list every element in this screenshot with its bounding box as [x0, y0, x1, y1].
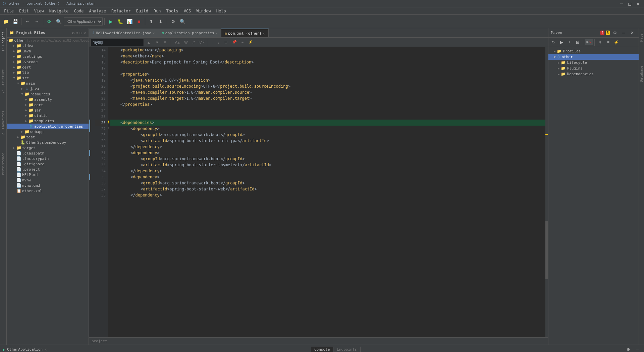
- tree-item-otherxml[interactable]: ▶ 📋 other.xml: [7, 188, 89, 193]
- tab-close-icon[interactable]: ✕: [216, 31, 218, 35]
- maven-run-btn[interactable]: ▶: [558, 39, 565, 46]
- tree-item-main[interactable]: ▼ 📁 main: [7, 81, 89, 86]
- menu-build[interactable]: Build: [133, 8, 151, 14]
- toolbar-back-btn[interactable]: ←: [23, 17, 32, 26]
- toolbar-debug-btn[interactable]: 🐛: [116, 17, 124, 26]
- toolbar-profile-btn[interactable]: 📊: [125, 17, 134, 26]
- close-button[interactable]: ✕: [635, 1, 641, 6]
- maven-refresh-btn[interactable]: ⟳: [550, 39, 557, 46]
- project-settings-icon[interactable]: ⚙: [72, 31, 74, 35]
- tree-item-cert2[interactable]: ▶ 📁 cert: [7, 102, 89, 107]
- menu-window[interactable]: Window: [194, 8, 213, 14]
- scrollbar-thumb[interactable]: [545, 221, 548, 279]
- tree-item-assembly[interactable]: ▶ 📁 assembly: [7, 97, 89, 102]
- tree-item-app-properties[interactable]: ▶ ⚙ application.properties: [7, 124, 89, 129]
- tab-database[interactable]: Database: [639, 64, 644, 84]
- toolbar-forward-btn[interactable]: →: [33, 17, 41, 26]
- tree-item-idea[interactable]: ▶ 📁 .idea: [7, 43, 89, 48]
- tab-endpoints[interactable]: Endpoints: [333, 347, 361, 352]
- tab-pom-xml[interactable]: m pom.xml (other) ✕: [221, 29, 269, 37]
- tree-item-src[interactable]: ▼ 📁 src: [7, 75, 89, 81]
- maven-add-btn[interactable]: +: [566, 39, 573, 46]
- regex-btn[interactable]: .*: [191, 40, 197, 45]
- tree-item-py[interactable]: ▶ 🐍 OtherSystemDemo.py: [7, 140, 89, 145]
- toolbar-settings-btn[interactable]: ⚙: [169, 17, 177, 26]
- tree-item-webapp[interactable]: ▶ 📁 webapp: [7, 129, 89, 134]
- tab-close-icon[interactable]: ✕: [263, 32, 265, 35]
- maven-settings-btn[interactable]: ⚙: [611, 29, 619, 37]
- menu-navigate[interactable]: Navigate: [47, 8, 71, 14]
- tree-item-templates[interactable]: ▶ 📁 templates: [7, 118, 89, 124]
- maven-dependencies[interactable]: ▶ 📁 Dependencies: [548, 71, 639, 77]
- tree-item-helpmd[interactable]: ▶ 📄 HELP.md: [7, 172, 89, 177]
- tree-item-mvn[interactable]: ▶ 📁 .mvn: [7, 48, 89, 54]
- search-settings-btn[interactable]: ⊞: [223, 39, 229, 45]
- run-close-icon[interactable]: ✕: [45, 347, 47, 352]
- bulb-icon[interactable]: 💡: [108, 120, 110, 125]
- maven-profiles[interactable]: ▶ 📁 Profiles: [548, 48, 639, 54]
- tab-structure[interactable]: 2: Structure: [1, 67, 6, 95]
- tree-item-lib[interactable]: ▶ 📁 lib: [7, 70, 89, 75]
- minimize-button[interactable]: ─: [618, 1, 625, 6]
- toolbar-run-btn[interactable]: ▶: [106, 17, 115, 26]
- tab-helloworldcontroller[interactable]: J HelloWorldController.java ✕: [89, 29, 158, 37]
- tab-project[interactable]: 1: Project: [1, 30, 6, 54]
- toolbar-app-dropdown[interactable]: OtherApplication: [64, 17, 103, 26]
- tree-item-mvnwcmd[interactable]: ▶ 📄 mvnw.cmd: [7, 183, 89, 188]
- menu-view[interactable]: View: [32, 8, 47, 14]
- search-filter-btn[interactable]: ⚡: [247, 39, 255, 45]
- maven-more-btn[interactable]: ≡: [604, 39, 612, 46]
- menu-edit[interactable]: Edit: [16, 8, 32, 14]
- maven-close-btn[interactable]: ✕: [629, 29, 636, 37]
- tree-item-vscode[interactable]: ▶ 📁 .vscode: [7, 59, 89, 64]
- tree-item-resources[interactable]: ▼ 📁 resources: [7, 91, 89, 97]
- tree-item-static[interactable]: ▶ 📁 static: [7, 113, 89, 118]
- maven-download-btn[interactable]: ⬇: [596, 39, 604, 46]
- toolbar-save-btn[interactable]: 💾: [11, 17, 19, 26]
- menu-analyze[interactable]: Analyze: [86, 8, 109, 14]
- toolbar-find-btn[interactable]: 🔍: [178, 17, 187, 26]
- project-sort-icon[interactable]: ↕: [76, 31, 78, 35]
- tab-application-properties[interactable]: ⚙ application.properties ✕: [158, 29, 221, 37]
- titlebar-controls[interactable]: ─ □ ✕: [618, 1, 641, 6]
- search-pin-btn[interactable]: 📌: [230, 39, 238, 45]
- editor-content[interactable]: 14 15 16 17 18 19 20 21 22 23 24 25 26 2…: [89, 47, 548, 337]
- toolbar-vcs-btn[interactable]: ⬆: [147, 17, 156, 26]
- tree-item-other[interactable]: ▼ 📁 other F:/project/AI/axc.px82.com/Loo…: [7, 38, 89, 43]
- tree-item-test[interactable]: ▶ 📁 test: [7, 134, 89, 140]
- tree-item-cert[interactable]: ▶ 📁 cert: [7, 64, 89, 70]
- tab-persistence[interactable]: Persistence: [1, 151, 6, 177]
- tree-item-settings[interactable]: ▶ 📁 .settings: [7, 54, 89, 59]
- whole-word-btn[interactable]: W: [182, 40, 189, 45]
- menu-file[interactable]: File: [1, 8, 16, 14]
- toolbar-open-btn[interactable]: 📁: [1, 17, 10, 26]
- search-more-btn[interactable]: ≡: [240, 40, 245, 45]
- match-case-btn[interactable]: Aa: [173, 40, 181, 45]
- maximize-button[interactable]: □: [626, 1, 633, 6]
- tree-item-gitignore[interactable]: ▶ 📄 .gitignore: [7, 161, 89, 167]
- search-up-btn[interactable]: ↑: [210, 40, 215, 45]
- search-input[interactable]: [90, 39, 144, 46]
- search-prev-btn[interactable]: ▲: [145, 40, 152, 45]
- menu-run[interactable]: Run: [151, 8, 164, 14]
- toolbar-git-btn[interactable]: ⬇: [156, 17, 165, 26]
- minimap-scrollbar[interactable]: [545, 47, 548, 337]
- tree-item-mvnw[interactable]: ▶ 📄 mvnw: [7, 177, 89, 183]
- menu-code[interactable]: Code: [71, 8, 87, 14]
- search-down-btn[interactable]: ↓: [216, 40, 221, 45]
- toolbar-search-btn[interactable]: 🔍: [54, 17, 63, 26]
- fold-icon[interactable]: ▼: [108, 126, 109, 131]
- maven-module-btn[interactable]: m ✕: [585, 39, 593, 45]
- menu-help[interactable]: Help: [214, 8, 229, 14]
- tree-item-target[interactable]: ▶ 📁 target: [7, 145, 89, 150]
- maven-filter-btn[interactable]: ⚡: [612, 39, 620, 46]
- project-collapse-icon[interactable]: ⊟: [80, 31, 82, 35]
- search-next-btn[interactable]: ▼: [154, 40, 161, 45]
- toolbar-sync-btn[interactable]: ⟳: [45, 17, 54, 26]
- project-close-icon[interactable]: ✕: [84, 31, 86, 35]
- tab-favorites[interactable]: 2: Favorites: [1, 109, 6, 137]
- tree-item-project[interactable]: ▶ 📄 .project: [7, 167, 89, 172]
- toolbar-stop-btn[interactable]: ■: [135, 17, 143, 26]
- tree-item-jar[interactable]: ▶ 📁 jar: [7, 107, 89, 113]
- maven-collapse-btn[interactable]: ⊟: [574, 39, 581, 46]
